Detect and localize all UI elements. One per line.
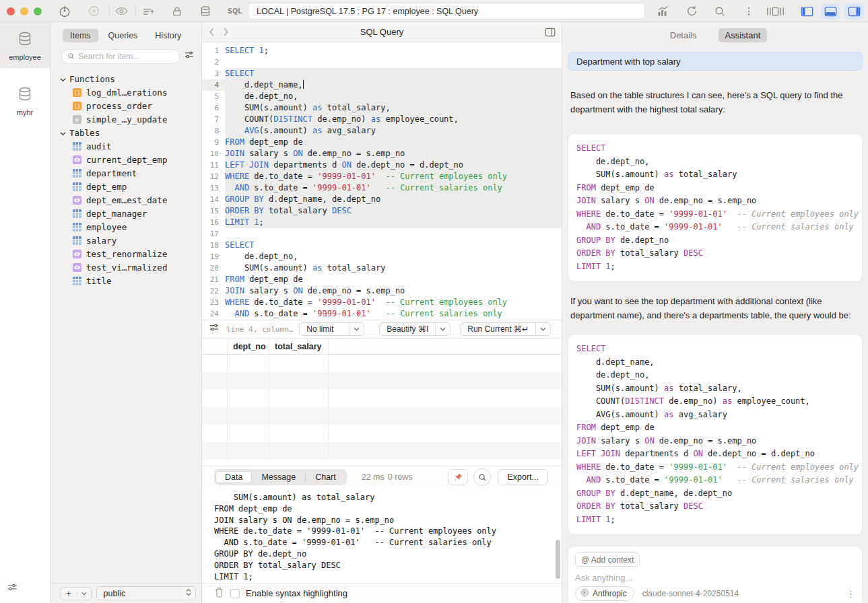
editor-line-17[interactable]: 17 (202, 228, 562, 240)
zoom-window-button[interactable] (34, 7, 42, 15)
editor-line-6[interactable]: 6 SUM(s.amount) as total_salary, (202, 102, 562, 114)
message-panel[interactable]: SUM(s.amount) as total_salary FROM dept_… (202, 488, 562, 583)
rail-settings-sliders-icon[interactable] (7, 582, 18, 596)
add-item-button[interactable]: + (60, 587, 92, 600)
editor-line-14[interactable]: 14GROUP BY d.dept_name, de.dept_no (202, 194, 562, 205)
close-window-button[interactable] (7, 7, 15, 15)
conversation-title-banner[interactable]: Department with top salary (568, 52, 863, 71)
run-current-button[interactable]: Run Current ⌘↵ (460, 322, 551, 336)
table-row[interactable] (202, 442, 562, 460)
plus-icon[interactable]: + (61, 588, 77, 598)
editor-line-12[interactable]: 12WHERE de.to_date = '9999-01-01' -- Cur… (202, 171, 562, 182)
tab-message[interactable]: Message (252, 471, 305, 483)
minimize-window-button[interactable] (20, 7, 28, 15)
tree-item-title[interactable]: title (51, 274, 201, 287)
tree-item-employee[interactable]: employee (51, 220, 201, 234)
table-row[interactable] (202, 372, 562, 390)
editor-line-22[interactable]: 22JOIN salary s ON de.emp_no = s.emp_no (202, 285, 562, 297)
table-row[interactable] (202, 390, 562, 407)
assistant-code-block-2[interactable]: SELECT d.dept_name, de.dept_no, SUM(s.am… (568, 334, 863, 535)
editor-line-16[interactable]: 16LIMIT 1; (202, 217, 562, 228)
tab-details[interactable]: Details (663, 28, 704, 42)
split-panel-icon[interactable] (545, 28, 556, 37)
editor-line-5[interactable]: 5 de.dept_no, (202, 91, 562, 102)
add-item-dropdown[interactable] (77, 592, 91, 596)
chart-icon[interactable] (657, 5, 670, 18)
editor-line-7[interactable]: 7 COUNT(DISTINCT de.emp_no) as employee_… (202, 114, 562, 125)
tree-item-test-renormalize[interactable]: test_renormalize (51, 247, 201, 260)
tree-item-salary[interactable]: salary (51, 234, 201, 247)
pin-result-button[interactable] (448, 469, 468, 485)
tab-assistant[interactable]: Assistant (719, 28, 768, 42)
database-icon[interactable] (199, 5, 211, 17)
trash-icon[interactable] (214, 587, 224, 600)
editor-line-15[interactable]: 15ORDER BY total_salary DESC (202, 205, 562, 217)
tree-item-dept-emp[interactable]: dept_emp (51, 180, 201, 193)
assistant-input-card[interactable]: @ Add context Ask anything... Anthropic … (568, 546, 863, 603)
editor-line-4[interactable]: 4 d.dept_name, (202, 79, 562, 91)
toggle-left-panel-icon[interactable] (797, 3, 817, 20)
limit-dropdown[interactable]: No limit (299, 322, 364, 336)
editor-line-24[interactable]: 24 AND s.to_date = '9999-01-01' -- Curre… (202, 308, 562, 320)
lock-icon[interactable] (171, 5, 183, 17)
message-scrollbar[interactable] (556, 540, 560, 579)
tree-item-log-dml-erations[interactable]: ()log_dml…erations (51, 85, 201, 99)
filter-sliders-icon[interactable] (184, 50, 195, 63)
tree-item-test-vi-rmalized[interactable]: test_vi…rmalized (51, 260, 201, 274)
syntax-highlighting-checkbox[interactable] (230, 589, 240, 598)
editor-line-23[interactable]: 23WHERE de.to_date = '9999-01-01' -- Cur… (202, 297, 562, 308)
tab-data[interactable]: Data (215, 471, 252, 483)
connection-plug-icon[interactable] (58, 5, 71, 18)
sidebar-search-input[interactable] (78, 52, 174, 61)
table-row[interactable] (202, 425, 562, 442)
tree-group-tables[interactable]: Tables (51, 126, 201, 139)
editor-settings-sliders-icon[interactable] (209, 322, 220, 336)
search-results-button[interactable] (473, 468, 491, 486)
results-grid[interactable]: dept_no total_salary (202, 339, 562, 466)
tree-item-current-dept-emp[interactable]: current_dept_emp (51, 153, 201, 166)
sidebar-tab-history[interactable]: History (147, 29, 189, 42)
editor-line-18[interactable]: 18SELECT (202, 240, 562, 251)
sql-editor[interactable]: 1SELECT 1;23SELECT4 d.dept_name,5 de.dep… (202, 42, 562, 320)
table-row[interactable] (202, 407, 562, 425)
toggle-bottom-panel-icon[interactable] (820, 3, 840, 20)
commit-list-icon[interactable] (141, 5, 155, 18)
tree-group-functions[interactable]: Functions (51, 72, 201, 85)
editor-line-8[interactable]: 8 AVG(s.amount) as avg_salary (202, 125, 562, 137)
model-kebab-menu[interactable]: ⋮ (846, 589, 855, 599)
connection-title[interactable]: LOCAL | PostgreSQL 17.5 : PG 17 : employ… (248, 3, 645, 20)
tree-item-dept-em-est-date[interactable]: dept_em…est_date (51, 193, 201, 207)
tree-item-department[interactable]: department (51, 166, 201, 180)
connection-item-employee[interactable]: employee (0, 22, 50, 68)
table-row[interactable] (202, 355, 562, 372)
schema-select[interactable]: public (96, 586, 196, 600)
provider-chip[interactable]: Anthropic (575, 586, 634, 601)
tree-item-simple-y-update[interactable]: ⚙simple_…y_update (51, 112, 201, 126)
center-panels-icon[interactable] (766, 5, 784, 17)
tree-item-audit[interactable]: audit (51, 139, 201, 153)
editor-line-20[interactable]: 20 SUM(s.amount) as total_salary (202, 262, 562, 274)
beautify-button[interactable]: Beautify ⌘I (379, 322, 450, 336)
column-header-total-salary[interactable]: total_salary (269, 339, 329, 354)
editor-line-2[interactable]: 2 (202, 57, 562, 68)
tree-item-dept-manager[interactable]: dept_manager (51, 207, 201, 220)
sidebar-search[interactable] (61, 49, 180, 64)
editor-line-10[interactable]: 10JOIN salary s ON de.emp_no = s.emp_no (202, 148, 562, 159)
tab-chart[interactable]: Chart (306, 471, 345, 483)
sidebar-tab-items[interactable]: Items (63, 29, 98, 42)
kebab-menu-icon[interactable] (743, 6, 754, 17)
editor-line-9[interactable]: 9FROM dept_emp de (202, 137, 562, 148)
connection-item-myhr[interactable]: myhr (0, 77, 50, 123)
editor-line-1[interactable]: 1SELECT 1; (202, 45, 562, 57)
refresh-icon[interactable] (686, 5, 698, 17)
editor-line-13[interactable]: 13 AND s.to_date = '9999-01-01' -- Curre… (202, 182, 562, 194)
stop-query-icon[interactable] (88, 5, 100, 17)
editor-line-21[interactable]: 21FROM dept_emp de (202, 274, 562, 285)
column-header-dept-no[interactable]: dept_no (228, 339, 269, 354)
ask-input-placeholder[interactable]: Ask anything... (575, 573, 855, 583)
editor-line-19[interactable]: 19 de.dept_no, (202, 251, 562, 262)
assistant-code-block-1[interactable]: SELECT de.dept_no, SUM(s.amount) as tota… (568, 133, 863, 282)
export-button[interactable]: Export... (498, 469, 548, 485)
toggle-right-panel-icon[interactable] (844, 3, 864, 20)
search-icon[interactable] (714, 5, 726, 17)
